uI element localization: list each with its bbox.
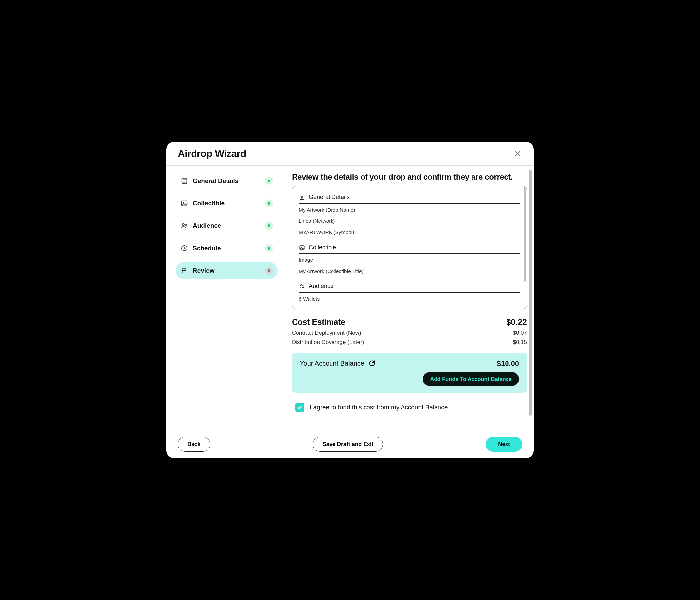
sidebar-item-schedule[interactable]: Schedule: [176, 240, 278, 257]
account-balance-card: Your Account Balance $10.00 Add Funds To…: [292, 353, 527, 393]
sidebar-item-review[interactable]: Review: [176, 262, 278, 279]
status-dot-done: [265, 244, 273, 252]
cost-distribution-value: $0.15: [513, 339, 527, 345]
content-pane: Review the details of your drop and conf…: [282, 166, 533, 430]
content-scrollbar-thumb[interactable]: [529, 169, 532, 416]
content-scrollbar-track[interactable]: [529, 169, 532, 426]
status-dot-done: [265, 177, 273, 185]
review-box-scrollbar[interactable]: [524, 187, 526, 282]
cost-row-contract: Contract Deployment (Now) $0.07: [292, 330, 527, 336]
sidebar-item-label: Collectible: [193, 200, 260, 207]
sidebar-item-label: Audience: [193, 222, 260, 229]
add-funds-button[interactable]: Add Funds To Account Balance: [423, 372, 519, 386]
check-icon: [297, 405, 302, 410]
cost-estimate-header: Cost Estimate $0.22: [292, 317, 527, 327]
flag-icon: [180, 267, 188, 275]
section-general-details: General Details: [299, 191, 520, 204]
document-icon: [299, 194, 305, 201]
section-label: Audience: [309, 283, 333, 290]
review-heading: Review the details of your drop and conf…: [292, 172, 527, 182]
review-collectible-title: My Artwork (Collectible Title): [299, 264, 520, 275]
status-dot-done: [265, 222, 273, 230]
section-collectible: Collectible: [299, 241, 520, 254]
airdrop-wizard-modal: Airdrop Wizard General Details Collectib…: [167, 141, 533, 459]
status-dot-current: [265, 267, 273, 275]
svg-point-8: [182, 224, 184, 226]
cost-estimate-label: Cost Estimate: [292, 317, 345, 327]
cost-distribution-label: Distribution Coverage (Later): [292, 339, 364, 345]
wizard-sidebar: General Details Collectible Audience: [167, 166, 282, 430]
modal-header: Airdrop Wizard: [167, 141, 533, 166]
svg-point-18: [303, 285, 304, 286]
review-symbol: MYARTWORK (Symbol): [299, 225, 520, 236]
sidebar-item-label: General Details: [193, 177, 260, 184]
balance-amount: $10.00: [497, 359, 519, 368]
section-label: Collectible: [309, 244, 336, 251]
svg-point-9: [185, 224, 186, 226]
refresh-icon: [369, 360, 376, 367]
svg-point-17: [301, 285, 302, 286]
document-icon: [180, 177, 188, 185]
close-button[interactable]: [513, 149, 522, 158]
image-icon: [180, 199, 188, 207]
next-button[interactable]: Next: [486, 437, 522, 452]
balance-right: $10.00 Add Funds To Account Balance: [423, 359, 519, 386]
back-button[interactable]: Back: [178, 437, 210, 452]
sidebar-item-general-details[interactable]: General Details: [176, 172, 278, 189]
sidebar-item-audience[interactable]: Audience: [176, 217, 278, 234]
save-draft-button[interactable]: Save Draft and Exit: [313, 437, 383, 452]
refresh-balance-button[interactable]: [368, 359, 376, 367]
balance-left: Your Account Balance: [300, 359, 376, 367]
cost-row-distribution: Distribution Coverage (Later) $0.15: [292, 339, 527, 345]
people-icon: [299, 283, 305, 290]
sidebar-item-label: Review: [193, 267, 260, 274]
section-audience: Audience: [299, 280, 520, 293]
people-icon: [180, 222, 188, 230]
review-summary-box: General Details My Artwork (Drop Name) L…: [292, 186, 527, 309]
sidebar-item-label: Schedule: [193, 244, 260, 252]
balance-label: Your Account Balance: [300, 360, 364, 367]
review-drop-name: My Artwork (Drop Name): [299, 204, 520, 213]
agree-checkbox[interactable]: [295, 402, 304, 412]
sidebar-item-collectible[interactable]: Collectible: [176, 195, 278, 212]
cost-estimate-total: $0.22: [506, 317, 527, 327]
modal-footer: Back Save Draft and Exit Next: [167, 430, 533, 459]
review-network: Linea (Network): [299, 213, 520, 225]
status-dot-done: [265, 199, 273, 207]
modal-body: General Details Collectible Audience: [167, 166, 533, 430]
review-media-type: Image: [299, 254, 520, 264]
cost-contract-label: Contract Deployment (Now): [292, 330, 361, 336]
image-icon: [299, 244, 305, 251]
section-label: General Details: [309, 194, 350, 201]
agree-text: I agree to fund this cost from my Accoun…: [310, 403, 450, 411]
close-icon: [515, 151, 521, 157]
modal-title: Airdrop Wizard: [178, 148, 246, 159]
agree-row: I agree to fund this cost from my Accoun…: [295, 402, 527, 412]
clock-icon: [180, 244, 188, 252]
cost-contract-value: $0.07: [513, 330, 527, 336]
review-wallets: 6 Wallets: [299, 293, 520, 303]
